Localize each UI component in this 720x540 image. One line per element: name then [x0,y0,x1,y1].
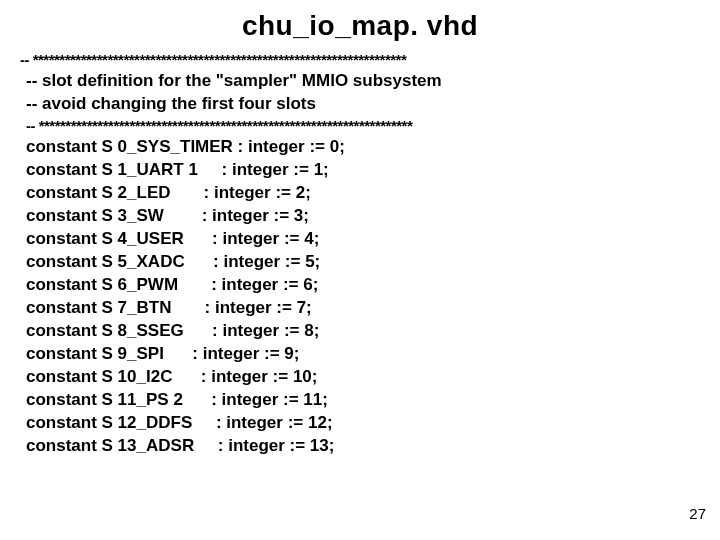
constant-line: constant S 2_LED : integer := 2; [26,182,720,205]
constant-line: constant S 10_I2C : integer := 10; [26,366,720,389]
constant-line: constant S 9_SPI : integer := 9; [26,343,720,366]
constant-line: constant S 5_XADC : integer := 5; [26,251,720,274]
code-block: -- *************************************… [0,50,720,458]
separator-top: -- *************************************… [20,50,720,70]
constant-line: constant S 3_SW : integer := 3; [26,205,720,228]
constant-line: constant S 0_SYS_TIMER : integer := 0; [26,136,720,159]
constant-line: constant S 6_PWM : integer := 6; [26,274,720,297]
constant-line: constant S 11_PS 2 : integer := 11; [26,389,720,412]
slide-title: chu_io_map. vhd [0,0,720,50]
separator-bottom: -- *************************************… [26,116,720,136]
constant-line: constant S 13_ADSR : integer := 13; [26,435,720,458]
page-number: 27 [689,505,706,522]
constant-line: constant S 8_SSEG : integer := 8; [26,320,720,343]
comment-avoid-changing: -- avoid changing the first four slots [26,93,720,116]
constant-line: constant S 7_BTN : integer := 7; [26,297,720,320]
constant-line: constant S 4_USER : integer := 4; [26,228,720,251]
constant-line: constant S 12_DDFS : integer := 12; [26,412,720,435]
comment-slot-definition: -- slot definition for the "sampler" MMI… [26,70,720,93]
constant-line: constant S 1_UART 1 : integer := 1; [26,159,720,182]
